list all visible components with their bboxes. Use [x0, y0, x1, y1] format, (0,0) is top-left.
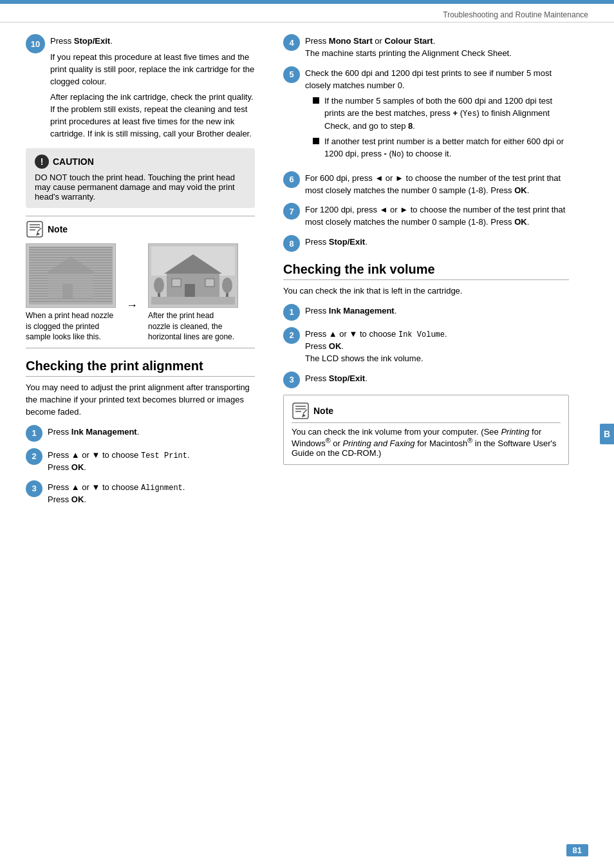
- caution-box: ! CAUTION DO NOT touch the print head. T…: [26, 148, 255, 208]
- caution-title: CAUTION: [53, 156, 94, 167]
- svg-rect-8: [29, 254, 113, 256]
- note-icon: [26, 220, 44, 238]
- svg-rect-36: [205, 279, 214, 287]
- note-box: Note: [26, 216, 255, 348]
- alignment-intro: You may need to adjust the print alignme…: [26, 382, 255, 419]
- bullet-square-2: [313, 138, 319, 144]
- right-step-7-text: For 1200 dpi, press ◄ or ► to choose the…: [305, 204, 569, 229]
- note-bottom-body: You can check the ink volume from your c…: [292, 427, 561, 458]
- right-step-5-text: Check the 600 dpi and 1200 dpi test prin…: [305, 68, 569, 92]
- step-10-circle: 10: [26, 34, 45, 53]
- note-bottom-title: Note: [313, 406, 333, 416]
- svg-rect-35: [172, 279, 181, 287]
- note-img-caption-2: After the print head nozzle is cleaned, …: [148, 310, 238, 343]
- step-10-label: Press Stop/Exit.: [50, 35, 255, 48]
- section-ink: Checking the ink volume You can check th…: [283, 262, 569, 388]
- right-step-6: 6 For 600 dpi, press ◄ or ► to choose th…: [283, 171, 569, 197]
- step-10-row: 10 Press Stop/Exit. If you repeat this p…: [26, 34, 255, 140]
- alignment-step-2-content: Press ▲ or ▼ to choose Test Print.Press …: [48, 448, 255, 474]
- alignment-step-3-text: Press ▲ or ▼ to choose Alignment.Press O…: [48, 482, 255, 506]
- step-circle-2: 2: [26, 448, 42, 465]
- caution-body: DO NOT touch the print head. Touching th…: [35, 173, 246, 202]
- bullet-item-1: If the number 5 samples of both the 600 …: [313, 95, 569, 132]
- ink-step-2-text: Press ▲ or ▼ to choose Ink Volume.Press …: [305, 328, 569, 365]
- ink-step-1-text: Press Ink Management.: [305, 305, 569, 317]
- step-circle-6: 6: [283, 171, 300, 188]
- alignment-step-3: 3 Press ▲ or ▼ to choose Alignment.Press…: [26, 480, 255, 506]
- alignment-heading: Checking the print alignment: [26, 359, 255, 377]
- note-bottom-header: Note: [292, 402, 561, 423]
- right-step-4-text: Press Mono Start or Colour Start.The mac…: [305, 35, 569, 60]
- alignment-step-1-text: Press Ink Management.: [48, 426, 255, 439]
- section-alignment: Checking the print alignment You may nee…: [26, 359, 255, 506]
- ink-step-3-text: Press Stop/Exit.: [305, 373, 569, 385]
- note-header: Note: [26, 220, 255, 238]
- step-circle-7: 7: [283, 203, 300, 220]
- note-bottom-icon: [292, 402, 310, 420]
- svg-point-39: [222, 278, 232, 293]
- ink-step-circle-3: 3: [283, 372, 300, 388]
- note-img-clean: [148, 243, 238, 308]
- right-step-5: 5 Check the 600 dpi and 1200 dpi test pr…: [283, 66, 569, 165]
- step-10-content: Press Stop/Exit. If you repeat this proc…: [50, 34, 255, 140]
- svg-rect-6: [29, 249, 113, 250]
- step-10-body2: After replacing the ink cartridge, check…: [50, 91, 255, 140]
- bullet-square-1: [313, 97, 319, 104]
- note-img-caption-1: When a print head nozzle is clogged the …: [26, 310, 116, 343]
- ink-step-1: 1 Press Ink Management.: [283, 304, 569, 321]
- step-circle-3: 3: [26, 480, 42, 497]
- note-img-clogged: [26, 243, 116, 308]
- ink-heading: Checking the ink volume: [283, 262, 569, 280]
- note-divider: [26, 348, 255, 348]
- arrow-mid: →: [126, 243, 138, 343]
- right-step-7: 7 For 1200 dpi, press ◄ or ► to choose t…: [283, 203, 569, 229]
- right-step-8: 8 Press Stop/Exit.: [283, 235, 569, 252]
- ink-intro: You can check the ink that is left in th…: [283, 285, 569, 297]
- ink-step-2-content: Press ▲ or ▼ to choose Ink Volume.Press …: [305, 327, 569, 365]
- svg-rect-41: [151, 297, 235, 305]
- step-circle-1: 1: [26, 425, 42, 442]
- header-title: Troubleshooting and Routine Maintenance: [443, 10, 588, 19]
- b-tab: B: [600, 424, 614, 444]
- right-step-4-content: Press Mono Start or Colour Start.The mac…: [305, 34, 569, 60]
- ink-step-3-content: Press Stop/Exit.: [305, 372, 569, 385]
- bullet-item-2: If another test print number is a better…: [313, 136, 569, 160]
- ink-step-2: 2 Press ▲ or ▼ to choose Ink Volume.Pres…: [283, 327, 569, 365]
- bullet-content-1: If the number 5 samples of both the 600 …: [324, 95, 569, 132]
- alignment-step-2: 2 Press ▲ or ▼ to choose Test Print.Pres…: [26, 448, 255, 474]
- page-number: 81: [566, 844, 588, 856]
- note-title: Note: [48, 224, 68, 234]
- page: Troubleshooting and Routine Maintenance …: [0, 0, 614, 868]
- page-header: Troubleshooting and Routine Maintenance: [0, 4, 614, 23]
- alignment-step-2-text: Press ▲ or ▼ to choose Test Print.Press …: [48, 449, 255, 474]
- left-column: 10 Press Stop/Exit. If you repeat this p…: [0, 34, 270, 513]
- step-10-body1: If you repeat this procedure at least fi…: [50, 52, 255, 88]
- caution-icon: !: [35, 155, 49, 169]
- bullet-content-2: If another test print number is a better…: [324, 136, 569, 160]
- caution-header: ! CAUTION: [35, 155, 246, 169]
- right-step-4: 4 Press Mono Start or Colour Start.The m…: [283, 34, 569, 60]
- ink-step-1-content: Press Ink Management.: [305, 304, 569, 317]
- svg-point-37: [154, 278, 164, 293]
- note-images: When a print head nozzle is clogged the …: [26, 243, 255, 343]
- alignment-step-1: 1 Press Ink Management.: [26, 425, 255, 442]
- alignment-step-3-content: Press ▲ or ▼ to choose Alignment.Press O…: [48, 480, 255, 506]
- right-step-6-text: For 600 dpi, press ◄ or ► to choose the …: [305, 173, 569, 197]
- ink-step-circle-1: 1: [283, 304, 300, 321]
- step-circle-8: 8: [283, 235, 300, 252]
- ink-step-circle-2: 2: [283, 327, 300, 344]
- right-step-8-text: Press Stop/Exit.: [305, 236, 569, 249]
- svg-rect-5: [29, 247, 113, 248]
- alignment-step-1-content: Press Ink Management.: [48, 425, 255, 439]
- note-img-block-2: After the print head nozzle is cleaned, …: [148, 243, 238, 343]
- ink-step-3: 3 Press Stop/Exit.: [283, 372, 569, 388]
- svg-rect-25: [29, 298, 113, 299]
- right-step-8-content: Press Stop/Exit.: [305, 235, 569, 249]
- right-step-6-content: For 600 dpi, press ◄ or ► to choose the …: [305, 171, 569, 197]
- main-content: 10 Press Stop/Exit. If you repeat this p…: [0, 23, 614, 524]
- svg-rect-29: [62, 284, 73, 298]
- svg-rect-26: [29, 301, 113, 302]
- note-bottom-box: Note You can check the ink volume from y…: [283, 395, 569, 465]
- svg-rect-34: [185, 284, 195, 298]
- right-step-5-content: Check the 600 dpi and 1200 dpi test prin…: [305, 66, 569, 165]
